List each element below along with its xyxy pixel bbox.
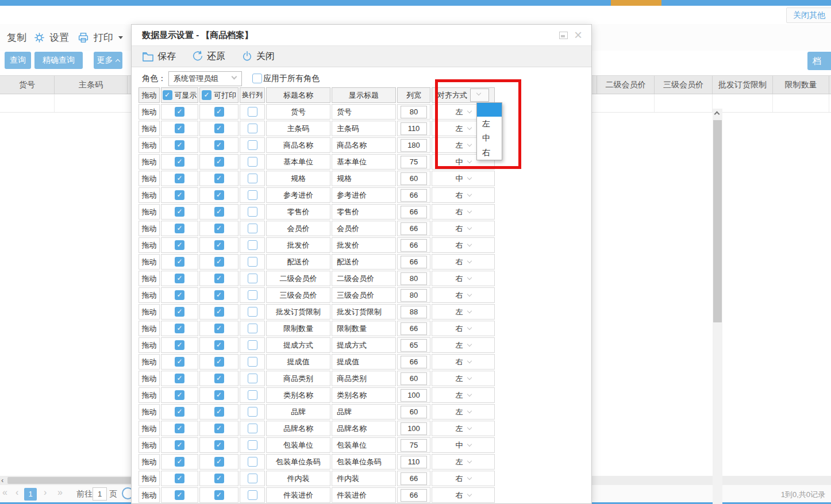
- wrap-checkbox[interactable]: [248, 307, 257, 317]
- column-width-input[interactable]: 66: [401, 256, 427, 268]
- visible-checkbox[interactable]: ✓: [175, 257, 184, 267]
- right-edge-cut-button[interactable]: 档: [807, 52, 831, 70]
- drag-handle[interactable]: 拖动: [138, 421, 160, 436]
- visible-checkbox[interactable]: ✓: [175, 390, 184, 400]
- printable-checkbox[interactable]: ✓: [214, 474, 224, 483]
- visible-checkbox[interactable]: ✓: [175, 424, 184, 433]
- more-button[interactable]: 更多: [94, 52, 122, 69]
- drag-handle[interactable]: 拖动: [138, 204, 160, 220]
- visible-checkbox[interactable]: ✓: [175, 307, 184, 317]
- dropdown-option[interactable]: 右: [477, 145, 502, 160]
- visible-checkbox[interactable]: ✓: [175, 107, 184, 117]
- wrap-checkbox[interactable]: [248, 174, 257, 183]
- visible-checkbox[interactable]: ✓: [175, 357, 184, 367]
- printable-checkbox[interactable]: ✓: [214, 274, 224, 283]
- align-select[interactable]: 左: [432, 421, 495, 436]
- printable-checkbox[interactable]: ✓: [214, 457, 224, 467]
- drag-handle[interactable]: 拖动: [138, 187, 160, 203]
- visible-checkbox[interactable]: ✓: [175, 240, 184, 250]
- column-width-input[interactable]: 110: [401, 456, 427, 468]
- bg-column-header[interactable]: 二级会员价: [597, 76, 655, 94]
- visible-checkbox[interactable]: ✓: [175, 207, 184, 217]
- printable-checkbox[interactable]: ✓: [214, 340, 224, 350]
- visible-checkbox[interactable]: ✓: [175, 140, 184, 150]
- column-width-input[interactable]: 66: [401, 472, 427, 485]
- drag-handle[interactable]: 拖动: [138, 387, 160, 403]
- column-width-input[interactable]: 75: [401, 156, 427, 168]
- dropdown-option[interactable]: [477, 103, 502, 117]
- visible-checkbox[interactable]: ✓: [175, 374, 184, 383]
- column-width-input[interactable]: 60: [401, 406, 427, 418]
- printable-checkbox[interactable]: ✓: [214, 107, 224, 117]
- minimize-icon[interactable]: [559, 32, 568, 39]
- printable-checkbox[interactable]: ✓: [214, 307, 224, 317]
- column-width-input[interactable]: 60: [401, 172, 427, 185]
- query-button[interactable]: 查询: [5, 52, 31, 69]
- printable-checkbox[interactable]: ✓: [214, 157, 224, 167]
- wrap-checkbox[interactable]: [248, 440, 257, 450]
- visible-checkbox[interactable]: ✓: [175, 174, 184, 183]
- align-select[interactable]: 中: [432, 437, 495, 453]
- close-icon[interactable]: ×: [574, 26, 582, 44]
- drag-handle[interactable]: 拖动: [138, 171, 160, 186]
- wrap-checkbox[interactable]: [248, 290, 257, 300]
- drag-handle[interactable]: 拖动: [138, 471, 160, 486]
- align-select[interactable]: 右: [432, 287, 495, 303]
- drag-handle[interactable]: 拖动: [138, 271, 160, 286]
- column-width-input[interactable]: 66: [401, 206, 427, 218]
- align-select[interactable]: 右: [432, 487, 495, 503]
- column-width-input[interactable]: 180: [401, 139, 427, 152]
- wrap-checkbox[interactable]: [248, 324, 257, 333]
- prev-page-button[interactable]: ‹: [16, 487, 18, 498]
- column-width-input[interactable]: 80: [401, 106, 427, 118]
- align-select[interactable]: 右: [432, 354, 495, 370]
- column-width-input[interactable]: 110: [401, 122, 427, 135]
- visible-checkbox[interactable]: ✓: [175, 124, 184, 133]
- drag-handle[interactable]: 拖动: [138, 321, 160, 336]
- dropdown-option[interactable]: 左: [477, 117, 502, 131]
- align-select[interactable]: 左: [432, 404, 495, 420]
- drag-handle[interactable]: 拖动: [138, 354, 160, 370]
- column-width-input[interactable]: 66: [401, 322, 427, 335]
- align-select[interactable]: 右: [432, 321, 495, 336]
- visible-checkbox[interactable]: ✓: [175, 490, 184, 500]
- printable-checkbox[interactable]: ✓: [214, 424, 224, 433]
- visible-checkbox[interactable]: ✓: [175, 407, 184, 417]
- visible-checkbox[interactable]: ✓: [175, 274, 184, 283]
- align-select[interactable]: 右: [432, 221, 495, 236]
- bg-column-header[interactable]: 货号: [0, 76, 55, 94]
- drag-handle[interactable]: 拖动: [138, 304, 160, 320]
- next-page-button[interactable]: ›: [44, 487, 47, 498]
- restore-button[interactable]: 还原: [192, 51, 225, 63]
- visible-checkbox[interactable]: ✓: [175, 440, 184, 450]
- align-select[interactable]: 右: [432, 471, 495, 486]
- first-page-button[interactable]: «: [2, 487, 7, 498]
- align-select[interactable]: 右: [432, 187, 495, 203]
- vertical-scrollbar-thumb[interactable]: [713, 120, 722, 322]
- copy-button[interactable]: 复制: [7, 30, 26, 45]
- wrap-checkbox[interactable]: [248, 407, 257, 417]
- wrap-checkbox[interactable]: [248, 340, 257, 350]
- column-width-input[interactable]: 66: [401, 222, 427, 235]
- close-dialog-button[interactable]: 关闭: [241, 51, 275, 63]
- wrap-checkbox[interactable]: [248, 207, 257, 217]
- drag-handle[interactable]: 拖动: [138, 154, 160, 170]
- printable-checkbox[interactable]: ✓: [214, 324, 224, 333]
- printable-checkbox[interactable]: ✓: [214, 440, 224, 450]
- visible-checkbox[interactable]: ✓: [175, 157, 184, 167]
- column-width-input[interactable]: 66: [401, 489, 427, 502]
- printable-checkbox[interactable]: ✓: [214, 240, 224, 250]
- column-width-input[interactable]: 66: [401, 356, 427, 368]
- drag-handle[interactable]: 拖动: [138, 221, 160, 236]
- drag-handle[interactable]: 拖动: [138, 337, 160, 353]
- printable-checkbox[interactable]: ✓: [214, 140, 224, 150]
- precise-query-button[interactable]: 精确查询: [34, 52, 83, 69]
- align-select[interactable]: 左: [432, 387, 495, 403]
- column-width-input[interactable]: 100: [401, 422, 427, 435]
- column-width-input[interactable]: 65: [401, 339, 427, 352]
- printable-checkbox[interactable]: ✓: [214, 290, 224, 300]
- drag-handle[interactable]: 拖动: [138, 287, 160, 303]
- drag-handle[interactable]: 拖动: [138, 371, 160, 386]
- last-page-button[interactable]: »: [57, 487, 63, 498]
- visible-checkbox[interactable]: ✓: [175, 290, 184, 300]
